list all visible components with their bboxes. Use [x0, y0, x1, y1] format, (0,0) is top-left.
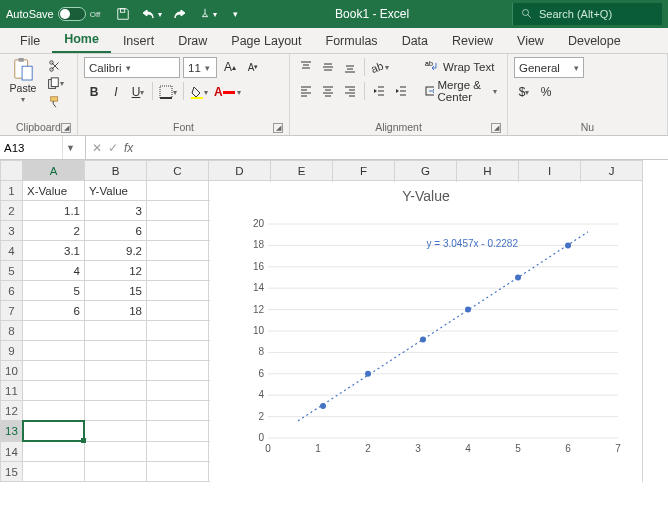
cell-C6[interactable]: [147, 281, 209, 301]
col-header-B[interactable]: B: [85, 161, 147, 181]
cell-C9[interactable]: [147, 341, 209, 361]
cell-C7[interactable]: [147, 301, 209, 321]
redo-button[interactable]: [166, 3, 192, 25]
row-header-7[interactable]: 7: [1, 301, 23, 321]
cell-B5[interactable]: 12: [85, 261, 147, 281]
wrap-text-button[interactable]: abWrap Text: [421, 57, 501, 77]
orientation-button[interactable]: ab▾: [369, 57, 391, 77]
cell-B4[interactable]: 9.2: [85, 241, 147, 261]
qat-customize-button[interactable]: ▾: [222, 3, 248, 25]
align-bottom-button[interactable]: [340, 57, 360, 77]
italic-button[interactable]: I: [106, 82, 126, 102]
cell-C1[interactable]: [147, 181, 209, 201]
fill-color-button[interactable]: ▾: [188, 82, 210, 102]
tab-data[interactable]: Data: [390, 30, 440, 53]
decrease-indent-button[interactable]: [369, 81, 389, 101]
alignment-dialog-launcher[interactable]: ◢: [491, 123, 501, 133]
cell-A13[interactable]: [23, 421, 84, 441]
row-header-4[interactable]: 4: [1, 241, 23, 261]
underline-button[interactable]: U▾: [128, 82, 148, 102]
align-middle-button[interactable]: [318, 57, 338, 77]
increase-indent-button[interactable]: [391, 81, 411, 101]
cell-B3[interactable]: 6: [85, 221, 147, 241]
cell-B15[interactable]: [85, 462, 147, 482]
col-header-I[interactable]: I: [519, 161, 581, 181]
align-right-button[interactable]: [340, 81, 360, 101]
cell-C8[interactable]: [147, 321, 209, 341]
row-header-6[interactable]: 6: [1, 281, 23, 301]
cell-B1[interactable]: Y-Value: [85, 181, 147, 201]
cell-A12[interactable]: [23, 401, 85, 421]
decrease-font-button[interactable]: A▾: [243, 57, 263, 77]
format-painter-button[interactable]: [44, 93, 66, 110]
tab-view[interactable]: View: [505, 30, 556, 53]
font-size-select[interactable]: 11▾: [183, 57, 217, 78]
touch-mode-button[interactable]: ▾: [194, 3, 220, 25]
insert-function-button[interactable]: fx: [124, 141, 133, 155]
row-header-15[interactable]: 15: [1, 462, 23, 482]
row-header-13[interactable]: 13: [1, 421, 23, 442]
row-header-1[interactable]: 1: [1, 181, 23, 201]
borders-button[interactable]: ▾: [157, 82, 179, 102]
tab-formulas[interactable]: Formulas: [314, 30, 390, 53]
percent-format-button[interactable]: %: [536, 82, 556, 102]
col-header-G[interactable]: G: [395, 161, 457, 181]
cell-C12[interactable]: [147, 401, 209, 421]
copy-button[interactable]: ▾: [44, 75, 66, 92]
name-box[interactable]: ▼: [0, 136, 86, 159]
cell-A14[interactable]: [23, 442, 85, 462]
cell-A15[interactable]: [23, 462, 85, 482]
cell-A10[interactable]: [23, 361, 85, 381]
merge-center-button[interactable]: Merge & Center▾: [421, 81, 501, 101]
cell-B7[interactable]: 18: [85, 301, 147, 321]
cell-C5[interactable]: [147, 261, 209, 281]
cell-C3[interactable]: [147, 221, 209, 241]
font-name-select[interactable]: Calibri▾: [84, 57, 180, 78]
cell-A3[interactable]: 2: [23, 221, 85, 241]
cell-A11[interactable]: [23, 381, 85, 401]
col-header-F[interactable]: F: [333, 161, 395, 181]
align-top-button[interactable]: [296, 57, 316, 77]
row-header-11[interactable]: 11: [1, 381, 23, 401]
tab-file[interactable]: File: [8, 30, 52, 53]
cell-C10[interactable]: [147, 361, 209, 381]
cell-B10[interactable]: [85, 361, 147, 381]
cut-button[interactable]: [44, 57, 66, 74]
cell-C4[interactable]: [147, 241, 209, 261]
col-header-D[interactable]: D: [209, 161, 271, 181]
name-box-input[interactable]: [0, 142, 62, 154]
cell-A6[interactable]: 5: [23, 281, 85, 301]
cell-B11[interactable]: [85, 381, 147, 401]
cell-C11[interactable]: [147, 381, 209, 401]
row-header-2[interactable]: 2: [1, 201, 23, 221]
cell-A7[interactable]: 6: [23, 301, 85, 321]
autosave-toggle[interactable]: AutoSave Off: [0, 7, 106, 21]
align-center-button[interactable]: [318, 81, 338, 101]
col-header-H[interactable]: H: [457, 161, 519, 181]
accounting-format-button[interactable]: $▾: [514, 82, 534, 102]
formula-input[interactable]: [139, 136, 668, 159]
cell-C14[interactable]: [147, 442, 209, 462]
search-box[interactable]: Search (Alt+Q): [512, 3, 662, 25]
col-header-E[interactable]: E: [271, 161, 333, 181]
cell-A1[interactable]: X-Value: [23, 181, 85, 201]
cell-C15[interactable]: [147, 462, 209, 482]
increase-font-button[interactable]: A▴: [220, 57, 240, 77]
worksheet-grid[interactable]: ABCDEFGHIJ1X-ValueY-Value21.1332643.19.2…: [0, 160, 668, 517]
cell-A5[interactable]: 4: [23, 261, 85, 281]
col-header-C[interactable]: C: [147, 161, 209, 181]
paste-button[interactable]: Paste ▾: [6, 57, 40, 110]
cell-B6[interactable]: 15: [85, 281, 147, 301]
number-format-select[interactable]: General▾: [514, 57, 584, 78]
cell-B2[interactable]: 3: [85, 201, 147, 221]
cell-C2[interactable]: [147, 201, 209, 221]
cell-B9[interactable]: [85, 341, 147, 361]
tab-draw[interactable]: Draw: [166, 30, 219, 53]
row-header-10[interactable]: 10: [1, 361, 23, 381]
cell-A9[interactable]: [23, 341, 85, 361]
row-header-8[interactable]: 8: [1, 321, 23, 341]
tab-review[interactable]: Review: [440, 30, 505, 53]
font-color-button[interactable]: A▾: [212, 82, 243, 102]
col-header-A[interactable]: A: [23, 161, 85, 181]
cell-A4[interactable]: 3.1: [23, 241, 85, 261]
